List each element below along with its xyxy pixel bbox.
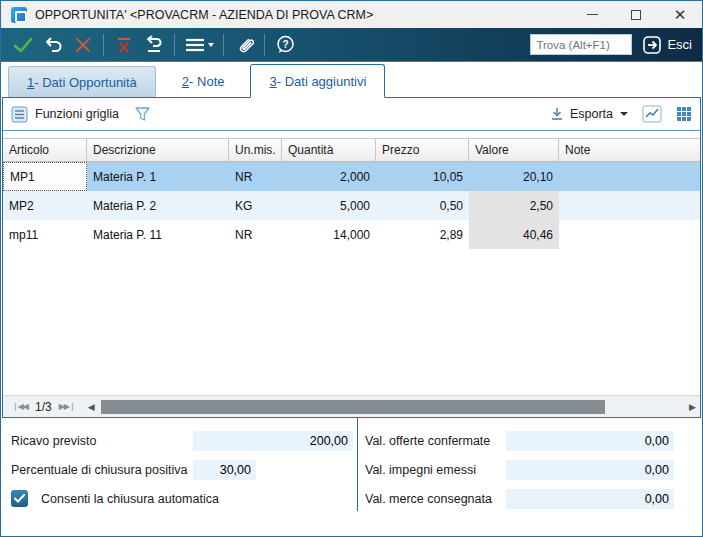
column-header-unmis[interactable]: Un.mis. — [229, 139, 282, 161]
cell-valore[interactable]: 20,10 — [469, 162, 559, 191]
ricavo-previsto-field[interactable]: 200,00 — [193, 431, 353, 451]
window-title: OPPORTUNITA' <PROVACRM - AZIENDA DI PROV… — [35, 8, 373, 22]
ricavo-previsto-label: Ricavo previsto — [11, 434, 193, 448]
val-merce-label: Val. merce consegnata — [365, 492, 506, 506]
table-row[interactable]: mp11 Materia P. 11 NR 14,000 2,89 40,46 — [3, 220, 700, 249]
last-page-icon[interactable]: ▶▶❘ — [56, 402, 78, 411]
layout-grid-icon[interactable] — [676, 106, 692, 122]
percentuale-chiusura-field[interactable]: 30,00 — [193, 460, 256, 480]
cell-note[interactable] — [559, 162, 700, 191]
scroll-left-icon[interactable]: ◀ — [84, 402, 99, 412]
tab-note[interactable]: 2 - Note — [164, 66, 243, 97]
cell-descrizione[interactable]: Materia P. 1 — [87, 162, 229, 191]
cell-descrizione[interactable]: Materia P. 2 — [87, 191, 229, 220]
cell-articolo[interactable]: MP2 — [3, 191, 87, 220]
cell-note[interactable] — [559, 220, 700, 249]
tab-accelerator: 2 — [182, 74, 189, 89]
menu-button[interactable] — [180, 31, 218, 59]
cell-unmis[interactable]: KG — [229, 191, 282, 220]
hamburger-menu-icon — [183, 35, 215, 55]
cell-prezzo[interactable]: 10,05 — [376, 162, 469, 191]
maximize-button[interactable] — [614, 1, 658, 28]
titlebar: OPPORTUNITA' <PROVACRM - AZIENDA DI PROV… — [1, 1, 702, 28]
undo-arrow-icon — [42, 35, 64, 55]
cell-articolo[interactable]: MP1 — [3, 162, 87, 191]
column-header-prezzo[interactable]: Prezzo — [376, 139, 469, 161]
cell-unmis[interactable]: NR — [229, 220, 282, 249]
cell-quantita[interactable]: 2,000 — [282, 162, 376, 191]
tab-strip: 1 - Dati Opportunità 2 - Note 3 - Dati a… — [1, 62, 702, 97]
grid-column-headers: Articolo Descrizione Un.mis. Quantità Pr… — [3, 138, 700, 162]
val-offerte-label: Val. offerte confermate — [365, 434, 506, 448]
toolbar-separator — [264, 34, 265, 56]
cell-valore[interactable]: 2,50 — [469, 191, 559, 220]
column-header-articolo[interactable]: Articolo — [3, 139, 87, 161]
cell-unmis[interactable]: NR — [229, 162, 282, 191]
find-input[interactable] — [530, 34, 632, 55]
undo-row-button[interactable] — [139, 31, 169, 59]
val-impegni-label: Val. impegni emessi — [365, 463, 506, 477]
table-row[interactable]: MP2 Materia P. 2 KG 5,000 0,50 2,50 — [3, 191, 700, 220]
bottom-filler — [1, 511, 702, 536]
first-page-icon[interactable]: ❘◀◀ — [9, 402, 31, 411]
chiusura-automatica-checkbox[interactable] — [11, 490, 28, 507]
tab-label: - Note — [189, 74, 224, 89]
spacer — [3, 131, 700, 138]
table-row[interactable]: MP1 Materia P. 1 NR 2,000 10,05 20,10 — [3, 162, 700, 191]
main-toolbar: ? Esci — [1, 28, 702, 62]
undo-underline-icon — [143, 35, 165, 55]
cell-quantita[interactable]: 5,000 — [282, 191, 376, 220]
app-window: OPPORTUNITA' <PROVACRM - AZIENDA DI PROV… — [0, 0, 703, 537]
cell-articolo[interactable]: mp11 — [3, 220, 87, 249]
footer-right-column: Val. offerte confermate 0,00 Val. impegn… — [357, 418, 702, 511]
page-indicator: 1/3 — [35, 400, 52, 414]
val-impegni-field[interactable]: 0,00 — [506, 460, 674, 480]
toolbar-separator — [174, 34, 175, 56]
column-header-descrizione[interactable]: Descrizione — [87, 139, 229, 161]
cell-prezzo[interactable]: 0,50 — [376, 191, 469, 220]
footer-left-column: Ricavo previsto 200,00 Percentuale di ch… — [1, 418, 357, 511]
export-button[interactable]: Esporta — [549, 106, 628, 122]
scrollbar-track[interactable] — [99, 400, 685, 414]
val-offerte-field[interactable]: 0,00 — [506, 431, 674, 451]
grid-empty-area — [3, 249, 700, 395]
export-label: Esporta — [570, 107, 613, 121]
chart-icon[interactable] — [642, 105, 662, 123]
exit-button[interactable]: Esci — [639, 33, 695, 57]
exit-label: Esci — [667, 37, 692, 52]
toolbar-separator — [103, 34, 104, 56]
scrollbar-thumb[interactable] — [101, 400, 605, 414]
column-header-note[interactable]: Note — [559, 139, 700, 161]
val-merce-field[interactable]: 0,00 — [506, 489, 674, 509]
app-logo-icon — [11, 7, 27, 23]
cancel-row-button[interactable] — [109, 31, 139, 59]
percentuale-chiusura-label: Percentuale di chiusura positiva — [11, 463, 193, 477]
cell-prezzo[interactable]: 2,89 — [376, 220, 469, 249]
help-icon: ? — [275, 34, 296, 55]
confirm-button[interactable] — [8, 31, 38, 59]
tab-dati-aggiuntivi[interactable]: 3 - Dati aggiuntivi — [250, 64, 385, 98]
tab-label: - Dati Opportunità — [34, 75, 137, 90]
grid-functions-label[interactable]: Funzioni griglia — [35, 107, 119, 121]
cell-valore[interactable]: 40,46 — [469, 220, 559, 249]
scroll-right-icon[interactable]: ▶ — [685, 402, 700, 412]
column-header-valore[interactable]: Valore — [469, 139, 559, 161]
horizontal-scrollbar[interactable]: ◀ ▶ — [84, 396, 700, 417]
tab-accelerator: 1 — [27, 75, 34, 90]
column-header-quantita[interactable]: Quantità — [282, 139, 376, 161]
cell-descrizione[interactable]: Materia P. 11 — [87, 220, 229, 249]
minimize-button[interactable] — [570, 1, 614, 28]
chevron-down-icon — [620, 112, 628, 116]
chiusura-automatica-label[interactable]: Consenti la chiusura automatica — [41, 492, 223, 506]
cell-quantita[interactable]: 14,000 — [282, 220, 376, 249]
grid-functions-icon[interactable] — [11, 106, 28, 123]
help-button[interactable]: ? — [270, 31, 300, 59]
cell-note[interactable] — [559, 191, 700, 220]
close-button[interactable]: ✕ — [658, 1, 702, 28]
undo-button[interactable] — [38, 31, 68, 59]
filter-icon[interactable] — [133, 105, 152, 123]
cancel-button[interactable] — [68, 31, 98, 59]
tab-dati-opportunita[interactable]: 1 - Dati Opportunità — [8, 66, 156, 97]
exit-arrow-icon — [642, 35, 662, 55]
attachments-button[interactable] — [229, 31, 259, 59]
